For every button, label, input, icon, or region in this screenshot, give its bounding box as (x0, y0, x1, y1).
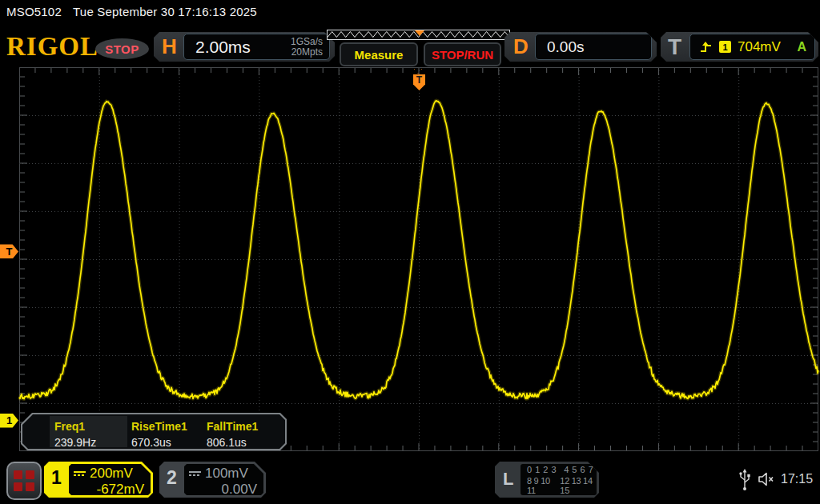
timebase-value: 2.00ms (195, 38, 251, 57)
delay-label: D (513, 32, 529, 62)
model-name: MSO5102 (6, 5, 62, 18)
horizontal-timebase-chip[interactable]: H 2.00ms 1GSa/s 20Mpts (154, 32, 335, 62)
channel2-settings: 100mV 0.00V (184, 464, 263, 495)
dc-coupling-icon (74, 470, 86, 478)
acquisition-info: 1GSa/s 20Mpts (291, 37, 323, 58)
trigger-chip[interactable]: T 1 704mV A (661, 32, 818, 62)
channel2-chip[interactable]: 2 100mV 0.00V (159, 462, 266, 498)
channel2-scale: 100mV (205, 466, 248, 482)
measurement-item[interactable]: FallTime1 806.1us (207, 414, 258, 449)
trigger-mode: A (797, 40, 806, 54)
menu-grid-icon (14, 470, 34, 491)
measurement-item[interactable]: Freq1 239.9Hz (54, 414, 96, 449)
timebase-box[interactable]: 2.00ms 1GSa/s 20Mpts (183, 34, 330, 60)
delay-chip[interactable]: D 0.00s (504, 32, 657, 62)
digital-channels-box: 0 1 2 3 4 5 6 7 8 9 10 11 12 13 14 15 (521, 464, 597, 495)
delay-value: 0.00s (547, 38, 584, 56)
channel1-scale: 200mV (90, 466, 133, 482)
measurement-label: RiseTime1 (131, 420, 187, 433)
measurement-item[interactable]: RiseTime1 670.3us (131, 414, 187, 449)
trigger-label: T (668, 32, 681, 62)
digital-channels-8-11: 8 9 10 11 (527, 476, 555, 495)
horizontal-label: H (162, 32, 177, 62)
digital-channels-4-7: 4 5 6 7 (564, 465, 593, 474)
trigger-level-value: 704mV (738, 39, 781, 55)
channel2-offset: 0.00V (189, 482, 257, 498)
digital-channels-0-3: 0 1 2 3 (527, 465, 557, 474)
channel2-number: 2 (167, 467, 177, 489)
measurement-label: Freq1 (54, 420, 96, 433)
channel1-offset: -672mV (74, 482, 144, 498)
channel1-chip[interactable]: 1 200mV -672mV (44, 462, 153, 498)
digital-channels-12-15: 12 13 14 15 (560, 476, 597, 495)
memory-depth: 20Mpts (291, 46, 323, 58)
trigger-slope-icon (700, 41, 713, 53)
trigger-box[interactable]: 1 704mV A (689, 34, 815, 60)
logic-analyzer-chip[interactable]: L 0 1 2 3 4 5 6 7 8 9 10 11 12 13 14 15 (495, 462, 599, 498)
channel1-number: 1 (51, 467, 62, 489)
measurement-panel[interactable]: Freq1 239.9Hz RiseTime1 670.3us FallTime… (21, 413, 287, 450)
speaker-muted-icon (758, 471, 777, 487)
acquisition-status-badge: STOP (95, 38, 149, 59)
measurement-value: 670.3us (131, 436, 187, 449)
rigol-logo: RIGOL (6, 32, 98, 62)
measurement-label: FallTime1 (207, 420, 258, 433)
waveform-display (0, 67, 820, 461)
channel1-settings: 200mV -672mV (69, 464, 151, 495)
usb-icon (738, 469, 751, 491)
measurement-value: 239.9Hz (54, 436, 96, 449)
clock-text: 17:15 (781, 472, 813, 486)
delay-box[interactable]: 0.00s (535, 34, 652, 60)
overview-position-marker[interactable] (415, 30, 424, 36)
trigger-source-badge: 1 (719, 41, 731, 53)
window-title: MSO5102 Tue September 30 17:16:13 2025 (6, 5, 257, 18)
menu-button[interactable] (6, 462, 42, 500)
dc-coupling-icon (189, 470, 201, 478)
measurement-value: 806.1us (207, 436, 258, 449)
logic-analyzer-label: L (503, 469, 513, 490)
measurement-panel-body: Freq1 239.9Hz RiseTime1 670.3us FallTime… (22, 414, 285, 449)
measure-button[interactable]: Measure (340, 42, 418, 66)
datetime-text: Tue September 30 17:16:13 2025 (73, 5, 257, 18)
stop-run-button[interactable]: STOP/RUN (424, 42, 501, 66)
sample-rate: 1GSa/s (291, 36, 323, 47)
